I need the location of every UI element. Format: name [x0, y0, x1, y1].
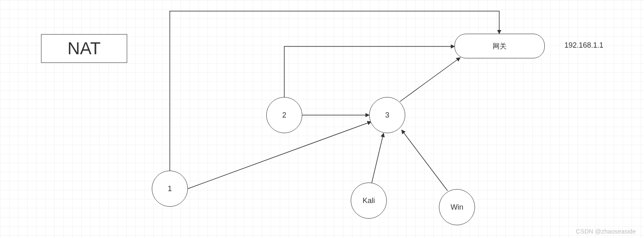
node-win-label: Win	[451, 203, 464, 212]
node-kali-label: Kali	[363, 196, 375, 205]
node-kali: Kali	[351, 183, 387, 219]
edge-kali-to-3	[372, 133, 384, 183]
node-1: 1	[152, 171, 188, 207]
watermark: CSDN @zhaoseaside	[576, 228, 636, 235]
diagram-canvas: { "nat_box": { "label": "NAT" }, "gatewa…	[0, 0, 644, 238]
node-3: 3	[369, 97, 405, 133]
nat-box: NAT	[41, 34, 127, 63]
edge-3-to-gateway	[400, 58, 460, 102]
gateway-ip: 192.168.1.1	[564, 41, 603, 50]
edge-2-to-gateway	[284, 46, 454, 97]
nat-label: NAT	[68, 39, 101, 58]
edge-win-to-3	[402, 130, 448, 191]
node-win: Win	[439, 189, 475, 225]
node-2: 2	[266, 97, 302, 133]
edge-1-to-gateway	[170, 11, 499, 171]
node-2-label: 2	[282, 111, 286, 120]
gateway-node: 网关	[454, 34, 545, 58]
node-1-label: 1	[168, 185, 172, 193]
node-3-label: 3	[385, 111, 389, 120]
gateway-label: 网关	[493, 42, 507, 51]
